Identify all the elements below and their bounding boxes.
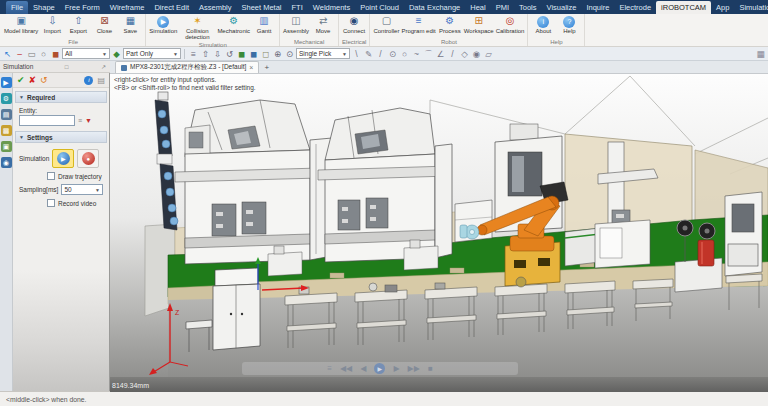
program-edit-button[interactable]: ≡Program edit: [401, 15, 435, 34]
entity-filter-icon[interactable]: ▼: [85, 117, 92, 124]
controller-button[interactable]: ▢Controller: [373, 15, 399, 34]
pick-list-icon[interactable]: ≡: [78, 117, 82, 124]
step-back-icon[interactable]: ◀◀: [340, 364, 352, 373]
menu-tab-assembly[interactable]: Assembly: [194, 1, 237, 14]
snap-filter-icon[interactable]: ⊙: [387, 48, 398, 60]
3d-viewport-scene[interactable]: Z: [110, 74, 768, 392]
calibration-button[interactable]: ◎Calibration: [496, 15, 525, 34]
menu-tab-data-exchange[interactable]: Data Exchange: [404, 1, 465, 14]
menu-tab-free-form[interactable]: Free Form: [60, 1, 105, 14]
menu-tab-inquire[interactable]: Inquire: [581, 1, 614, 14]
required-section-header[interactable]: ▼ Required: [15, 91, 107, 103]
dock-manager-icon[interactable]: ▤: [1, 109, 12, 120]
connect-button[interactable]: ◉Connect: [342, 15, 366, 34]
mechatronic-button[interactable]: ⚙Mechatronic: [217, 15, 250, 34]
document-tab[interactable]: MPX8-2301完成2程序检验.Z3 - [Default] ×: [115, 61, 259, 73]
dock-view-icon[interactable]: ▣: [1, 141, 12, 152]
zoom-target-icon[interactable]: ⊙: [284, 48, 295, 60]
menu-tab-fti[interactable]: FTI: [287, 1, 308, 14]
snap-filter-icon[interactable]: /: [375, 48, 386, 60]
menu-tab-pmi[interactable]: PMI: [491, 1, 514, 14]
step-forward-icon[interactable]: ▶▶: [408, 364, 420, 373]
layer-filter-combo[interactable]: All▼: [62, 48, 110, 59]
simulation-button[interactable]: ▶Simulation: [149, 15, 177, 34]
workspace-button[interactable]: ⊞Workspace: [464, 15, 494, 34]
menu-tab-file[interactable]: File: [6, 1, 28, 14]
collision-detection-button[interactable]: ✶Collision detection: [179, 15, 215, 41]
snap-filter-icon[interactable]: \: [351, 48, 362, 60]
save-button[interactable]: ▦Save: [118, 15, 142, 34]
menu-tab-heal[interactable]: Heal: [465, 1, 490, 14]
menu-tab-weldments[interactable]: Weldments: [308, 1, 355, 14]
solid-cube-icon[interactable]: ◼: [236, 48, 247, 60]
menu-tab-wireframe[interactable]: Wireframe: [105, 1, 150, 14]
playback-play-icon[interactable]: ▶: [374, 363, 385, 374]
entity-input[interactable]: [19, 115, 75, 126]
help-button[interactable]: ?Help: [557, 15, 581, 34]
part-context-icon[interactable]: ◆: [111, 48, 122, 60]
snap-filter-icon[interactable]: ▱: [483, 48, 494, 60]
export-button[interactable]: ⇧Export: [66, 15, 90, 34]
menu-tab-simulation[interactable]: Simulation: [734, 1, 768, 14]
about-button[interactable]: iAbout: [531, 15, 555, 34]
entity-color-icon[interactable]: ◼: [50, 48, 61, 60]
menu-tab-sheet-metal[interactable]: Sheet Metal: [237, 1, 287, 14]
info-icon[interactable]: i: [84, 76, 93, 85]
dock-library-icon[interactable]: ▩: [1, 125, 12, 136]
selection-set-icon[interactable]: ▭: [26, 48, 37, 60]
ok-button[interactable]: ✔: [17, 75, 25, 85]
zoom-all-icon[interactable]: ⊕: [272, 48, 283, 60]
move-button[interactable]: ⇄Move: [311, 15, 335, 34]
customize-toolbar-icon[interactable]: ▦: [755, 48, 766, 60]
wire-cube-icon[interactable]: ◻: [260, 48, 271, 60]
snap-filter-icon[interactable]: ~: [411, 48, 422, 60]
gantt-button[interactable]: ▥Gantt: [252, 15, 276, 34]
snap-filter-icon[interactable]: ◉: [471, 48, 482, 60]
menu-tab-electrode[interactable]: Electrode: [614, 1, 656, 14]
dock-user-icon[interactable]: ◉: [1, 157, 12, 168]
menu-tab-visualize[interactable]: Visualize: [542, 1, 582, 14]
close-button[interactable]: ⊠Close: [92, 15, 116, 34]
snap-filter-icon[interactable]: ✎: [363, 48, 374, 60]
model-library-button[interactable]: ▣Model library: [4, 15, 38, 34]
snap-filter-icon[interactable]: /: [447, 48, 458, 60]
snap-filter-icon[interactable]: ⌒: [423, 48, 434, 60]
reset-button[interactable]: ↺: [40, 75, 48, 85]
new-tab-button[interactable]: +: [264, 63, 269, 73]
rotate-view-icon[interactable]: ○: [38, 48, 49, 60]
front-cabinet[interactable]: [213, 268, 260, 350]
dock-simulation-icon[interactable]: ▶: [1, 77, 12, 88]
menu-tab-irobotcam[interactable]: iROBOTCAM: [656, 1, 711, 14]
playback-list-icon[interactable]: ≡: [327, 364, 332, 373]
options-list-icon[interactable]: ▤: [97, 76, 105, 85]
settings-section-header[interactable]: ▼ Settings: [15, 131, 107, 143]
menu-tab-shape[interactable]: Shape: [28, 1, 60, 14]
playback-bar[interactable]: ≡ ◀◀ ◀ ▶ ▶ ▶▶ ■: [242, 362, 518, 375]
menu-tab-direct-edit[interactable]: Direct Edit: [149, 1, 194, 14]
history-icon[interactable]: ↺: [224, 48, 235, 60]
draw-trajectory-checkbox[interactable]: [47, 172, 55, 180]
display-mode-combo[interactable]: Part Only▼: [123, 48, 181, 59]
shade-cube-icon[interactable]: ◼: [248, 48, 259, 60]
tab-close-icon[interactable]: ×: [249, 64, 253, 71]
assembly-button[interactable]: ◫Assembly: [283, 15, 309, 34]
menu-tab-point-cloud[interactable]: Point Cloud: [355, 1, 404, 14]
panel-float-icon[interactable]: ↗: [100, 63, 107, 70]
process-button[interactable]: ⚙Process: [438, 15, 462, 34]
menu-tab-app[interactable]: App: [711, 1, 734, 14]
level-up-icon[interactable]: ⇧: [200, 48, 211, 60]
menu-tab-tools[interactable]: Tools: [514, 1, 542, 14]
snap-filter-icon[interactable]: ∠: [435, 48, 446, 60]
level-down-icon[interactable]: ⇩: [212, 48, 223, 60]
panel-dock-icon[interactable]: □: [64, 64, 70, 70]
back-icon[interactable]: ◀: [360, 364, 366, 373]
pick-cursor-icon[interactable]: ↖: [2, 48, 13, 60]
import-button[interactable]: ⇩Import: [40, 15, 64, 34]
stop-icon[interactable]: ■: [428, 364, 433, 373]
snap-filter-icon[interactable]: ○: [399, 48, 410, 60]
dock-mechatronic-icon[interactable]: ⚙: [1, 93, 12, 104]
record-simulation-button[interactable]: ●: [77, 149, 99, 168]
cancel-button[interactable]: ✘: [29, 75, 37, 85]
cnc-machine-2[interactable]: [318, 108, 452, 262]
blank-hide-icon[interactable]: –: [14, 48, 25, 60]
